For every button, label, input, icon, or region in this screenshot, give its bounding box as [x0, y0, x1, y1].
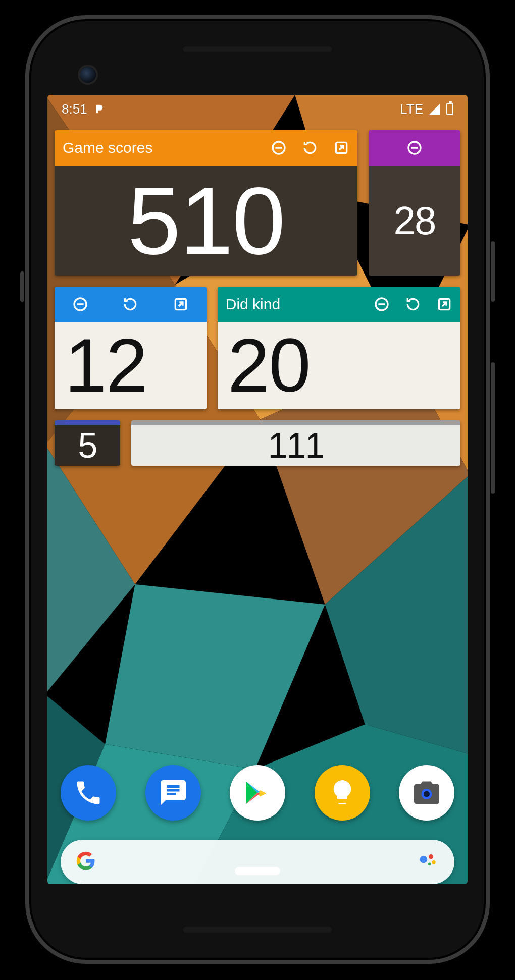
status-time: 8:51: [62, 101, 87, 117]
svg-point-29: [428, 862, 431, 865]
minus-circle-icon[interactable]: [374, 296, 390, 312]
signal-icon: [429, 103, 440, 115]
keep-app-icon[interactable]: [315, 765, 370, 821]
open-external-icon[interactable]: [333, 140, 349, 156]
side-button: [20, 271, 24, 302]
minus-circle-icon[interactable]: [271, 140, 287, 156]
google-logo-icon: [76, 851, 96, 873]
camera-app-icon[interactable]: [399, 765, 454, 821]
front-camera: [80, 67, 96, 83]
minus-circle-icon[interactable]: [72, 296, 88, 312]
speaker-bottom: [182, 925, 333, 934]
undo-icon[interactable]: [122, 296, 138, 312]
widget-header: Did kind: [218, 287, 460, 322]
nav-home-pill[interactable]: [235, 867, 280, 875]
assistant-icon[interactable]: [417, 849, 439, 875]
screen: 8:51 LTE Game scores: [47, 95, 468, 884]
widget-value-area[interactable]: 111: [131, 425, 460, 466]
widget-value-area[interactable]: 12: [55, 322, 207, 409]
widget-value: 12: [55, 322, 207, 409]
open-external-icon[interactable]: [173, 296, 189, 312]
svg-point-26: [420, 855, 428, 863]
svg-point-25: [424, 791, 430, 797]
phone-frame: 8:51 LTE Game scores: [25, 15, 490, 964]
widget-title: Game scores: [63, 139, 266, 156]
undo-icon[interactable]: [302, 140, 318, 156]
volume-button: [491, 362, 495, 494]
widget-title: Did kind: [226, 296, 369, 313]
pandora-icon: [93, 103, 105, 115]
widget-value: 111: [268, 425, 324, 466]
open-external-icon[interactable]: [436, 296, 452, 312]
svg-point-27: [429, 854, 433, 859]
widget-grey-mini[interactable]: 111: [131, 420, 460, 466]
play-store-app-icon[interactable]: [230, 765, 285, 821]
widget-area: Game scores: [47, 123, 468, 466]
widget-value-area[interactable]: 5: [55, 425, 120, 466]
minus-circle-icon[interactable]: [406, 140, 423, 156]
phone-app-icon[interactable]: [61, 765, 116, 821]
widget-value: 5: [78, 425, 97, 466]
widget-value: 20: [218, 322, 460, 409]
network-label: LTE: [400, 101, 423, 117]
widget-value-area[interactable]: 20: [218, 322, 460, 409]
widget-indigo-mini[interactable]: 5: [55, 420, 120, 466]
widget-header: [55, 287, 207, 322]
widget-value-area[interactable]: 510: [55, 166, 357, 276]
widget-small-purple[interactable]: 28: [369, 130, 460, 276]
widget-blue[interactable]: 12: [55, 287, 207, 409]
widget-value: 510: [127, 166, 284, 276]
widget-header: [131, 420, 460, 425]
undo-icon[interactable]: [405, 296, 421, 312]
status-bar: 8:51 LTE: [47, 95, 468, 123]
widget-header: [55, 420, 120, 425]
widget-header: Game scores: [55, 130, 357, 166]
power-button: [491, 241, 495, 302]
widget-header: [369, 130, 460, 166]
widget-value-area[interactable]: 28: [369, 166, 460, 276]
widget-did-kind[interactable]: Did kind: [218, 287, 460, 409]
widget-game-scores[interactable]: Game scores: [55, 130, 357, 276]
speaker-top: [182, 45, 333, 53]
battery-icon: [446, 103, 453, 115]
svg-point-28: [432, 860, 435, 864]
widget-value: 28: [394, 198, 436, 244]
google-search-bar[interactable]: [61, 840, 454, 884]
app-dock: [47, 755, 468, 826]
messages-app-icon[interactable]: [145, 765, 201, 821]
